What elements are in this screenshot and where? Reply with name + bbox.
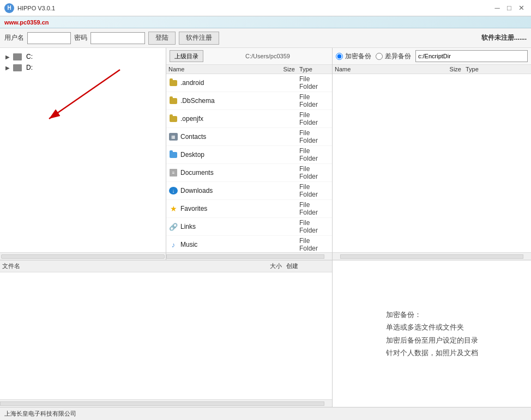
col-name-header: Name xyxy=(168,66,261,72)
file-type: File Folder xyxy=(299,93,330,108)
file-row[interactable]: ▦ Contacts File Folder xyxy=(166,128,332,146)
drive-arrow-d: ▶ xyxy=(5,65,11,71)
file-type: File Folder xyxy=(299,75,330,90)
file-row[interactable]: .DbSchema File Folder xyxy=(166,92,332,110)
file-row[interactable]: .android File Folder xyxy=(166,74,332,92)
details-content xyxy=(0,272,332,399)
file-details-panel: 文件名 大小 创建 xyxy=(0,260,333,407)
app-title: HIPPO V3.0.1 xyxy=(17,5,55,11)
bottom-panels: 文件名 大小 创建 加密备份： 单选或多选文件或文件夹 加密后备份至用户设定的目… xyxy=(0,260,531,407)
file-type: File Folder xyxy=(299,183,330,198)
enc-path-input[interactable] xyxy=(415,50,528,62)
status-text: 上海长皇电子科技有限公司 xyxy=(4,410,76,418)
encrypted-panel: 加密备份 差异备份 Name Size Type xyxy=(333,48,531,260)
window-controls: ─ □ ✕ xyxy=(492,3,527,14)
radio-group-diff: 差异备份 xyxy=(376,52,411,61)
close-button[interactable]: ✕ xyxy=(516,3,527,14)
top-panels: ▶ C: ▶ D: xyxy=(0,48,531,260)
file-name: Links xyxy=(180,223,261,230)
radio-encrypted-label: 加密备份 xyxy=(345,52,371,61)
parent-dir-button[interactable]: 上级目录 xyxy=(170,50,203,62)
file-icon-documents: ≡ xyxy=(168,168,178,177)
drive-icon-d xyxy=(13,64,22,71)
enc-col-type: Type xyxy=(466,66,529,72)
files-list[interactable]: .android File Folder .DbSchema File Fold… xyxy=(166,74,332,252)
status-bar: 上海长皇电子科技有限公司 xyxy=(0,407,531,420)
file-row[interactable]: ★ Favorites File Folder xyxy=(166,200,332,218)
file-row[interactable]: ≡ Documents File Folder xyxy=(166,164,332,182)
enc-table-header: Name Size Type xyxy=(333,65,531,74)
file-row[interactable]: 🔗 Links File Folder xyxy=(166,218,332,236)
title-bar: H HIPPO V3.0.1 ─ □ ✕ xyxy=(0,0,531,16)
enc-list xyxy=(333,74,531,252)
details-scrollbar-h[interactable] xyxy=(0,399,332,407)
file-icon-downloads: ↓ xyxy=(168,186,178,195)
drives-scrollbar-track xyxy=(1,254,165,259)
file-name: .DbSchema xyxy=(180,97,261,105)
details-col-size: 大小 xyxy=(243,262,286,270)
enc-path xyxy=(415,50,528,62)
files-scrollbar-h[interactable] xyxy=(166,252,332,260)
password-input[interactable] xyxy=(90,32,145,44)
drive-arrow-c: ▶ xyxy=(5,54,11,60)
enc-toolbar: 加密备份 差异备份 xyxy=(333,48,531,65)
enc-col-size: Size xyxy=(427,66,466,72)
enc-scrollbar-h[interactable] xyxy=(333,252,531,260)
status-text: 软件未注册....... xyxy=(481,33,527,42)
drive-label-c: C: xyxy=(26,53,33,60)
details-col-filename: 文件名 xyxy=(2,262,243,270)
watermark-text: www.pc0359.cn xyxy=(4,19,49,26)
info-panel: 加密备份： 单选或多选文件或文件夹 加密后备份至用户设定的目录 针对个人数据，如… xyxy=(333,260,531,407)
enc-col-name: Name xyxy=(335,66,427,72)
file-icon-desktop xyxy=(168,150,178,159)
file-type: File Folder xyxy=(299,165,330,180)
drive-label-d: D: xyxy=(26,64,33,71)
file-row[interactable]: ♪ Music File Folder xyxy=(166,236,332,252)
file-icon-music: ♪ xyxy=(168,240,178,249)
username-label: 用户名 xyxy=(4,33,24,42)
files-table-header: Name Size Type xyxy=(166,65,332,74)
drives-scrollbar-h[interactable] xyxy=(0,252,166,260)
drives-panel: ▶ C: ▶ D: xyxy=(0,48,166,260)
title-left: H HIPPO V3.0.1 xyxy=(4,3,55,13)
radio-encrypted[interactable] xyxy=(336,53,343,60)
file-row-downloads[interactable]: ↓ Downloads File Folder xyxy=(166,182,332,200)
watermark-bar: www.pc0359.cn xyxy=(0,16,531,28)
details-scrollbar-track xyxy=(0,401,324,406)
password-label: 密码 xyxy=(74,33,87,42)
file-row[interactable]: .openjfx File Folder xyxy=(166,110,332,128)
file-type: File Folder xyxy=(299,111,330,126)
username-input[interactable] xyxy=(27,32,71,44)
info-line-3: 加密后备份至用户设定的目录 xyxy=(386,334,478,346)
file-icon-android xyxy=(168,78,178,87)
file-icon-favorites: ★ xyxy=(168,204,178,213)
minimize-button[interactable]: ─ xyxy=(492,3,503,14)
info-text: 加密备份： 单选或多选文件或文件夹 加密后备份至用户设定的目录 针对个人数据，如… xyxy=(386,308,478,360)
file-name: .openjfx xyxy=(180,115,261,123)
radio-group-encrypted: 加密备份 xyxy=(336,52,371,61)
drive-item-c[interactable]: ▶ C: xyxy=(3,51,162,62)
file-name: Desktop xyxy=(180,151,261,159)
file-icon-dbschema xyxy=(168,96,178,105)
login-button[interactable]: 登陆 xyxy=(148,32,176,45)
register-button[interactable]: 软件注册 xyxy=(179,32,219,45)
col-type-header: Type xyxy=(299,66,330,72)
file-icon-openjfx xyxy=(168,114,178,123)
file-name: Contacts xyxy=(180,133,261,141)
drive-icon-c xyxy=(13,53,22,60)
file-type: File Folder xyxy=(299,237,330,252)
enc-scrollbar-track-h xyxy=(340,254,523,259)
file-name-downloads: Downloads xyxy=(180,187,261,194)
maximize-button[interactable]: □ xyxy=(504,3,515,14)
radio-diff-label: 差异备份 xyxy=(385,52,411,61)
drive-item-d[interactable]: ▶ D: xyxy=(3,62,162,73)
file-name: .android xyxy=(180,79,261,87)
file-type: File Folder xyxy=(299,201,330,216)
file-icon-contacts: ▦ xyxy=(168,132,178,141)
files-toolbar: 上级目录 C:/Users/pc0359 xyxy=(166,48,332,65)
details-header: 文件名 大小 创建 xyxy=(0,260,332,272)
current-path: C:/Users/pc0359 xyxy=(207,53,329,59)
radio-diff[interactable] xyxy=(376,53,383,60)
file-row[interactable]: Desktop File Folder xyxy=(166,146,332,164)
file-name: Music xyxy=(180,241,261,248)
